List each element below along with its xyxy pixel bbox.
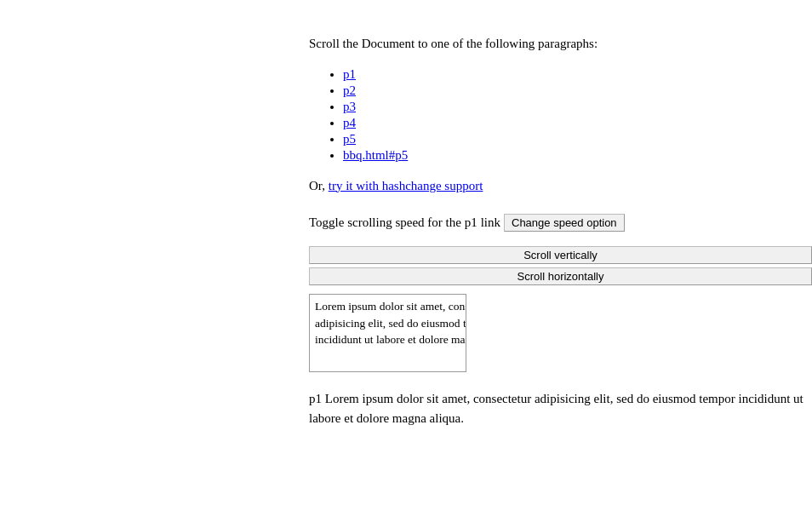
p4-link[interactable]: p4 xyxy=(343,116,356,129)
hashchange-link[interactable]: try it with hashchange support xyxy=(329,179,483,192)
scroll-horizontally-button[interactable]: Scroll horizontally xyxy=(309,267,812,285)
change-speed-button[interactable]: Change speed option xyxy=(504,214,625,232)
list-item: p3 xyxy=(343,100,812,114)
toggle-prefix: Toggle scrolling speed for the p1 xyxy=(309,212,477,233)
page-container: Scroll the Document to one of the follow… xyxy=(0,0,812,462)
scroll-box-text: Lorem ipsum dolor sit amet, consectetur … xyxy=(315,298,466,348)
p5-link[interactable]: p5 xyxy=(343,132,356,146)
p3-link[interactable]: p3 xyxy=(343,100,356,113)
intro-text: Scroll the Document to one of the follow… xyxy=(309,34,812,54)
p1-paragraph: p1 Lorem ipsum dolor sit amet, consectet… xyxy=(309,389,812,428)
list-item: bbq.html#p5 xyxy=(343,148,812,163)
toggle-suffix: link xyxy=(481,212,500,233)
hash-link-section: Or, try it with hashchange support xyxy=(309,176,812,196)
scroll-buttons: Scroll vertically Scroll horizontally xyxy=(309,246,812,285)
scroll-box-wrapper: Lorem ipsum dolor sit amet, consectetur … xyxy=(309,294,466,372)
p2-link[interactable]: p2 xyxy=(343,83,356,97)
toggle-section: Toggle scrolling speed for the p1 link C… xyxy=(309,212,812,233)
p1-link[interactable]: p1 xyxy=(343,67,356,81)
list-item: p4 xyxy=(343,116,812,130)
list-item: p1 xyxy=(343,67,812,82)
scroll-vertically-button[interactable]: Scroll vertically xyxy=(309,246,812,264)
list-item: p2 xyxy=(343,83,812,98)
list-item: p5 xyxy=(343,132,812,146)
hash-link-prefix: Or, xyxy=(309,179,325,192)
scroll-box[interactable]: Lorem ipsum dolor sit amet, consectetur … xyxy=(310,295,466,371)
bbq-p5-link[interactable]: bbq.html#p5 xyxy=(343,148,408,162)
paragraph-links-list: p1 p2 p3 p4 p5 bbq.html#p5 xyxy=(343,67,812,163)
paragraph-section: p1 Lorem ipsum dolor sit amet, consectet… xyxy=(309,389,812,428)
